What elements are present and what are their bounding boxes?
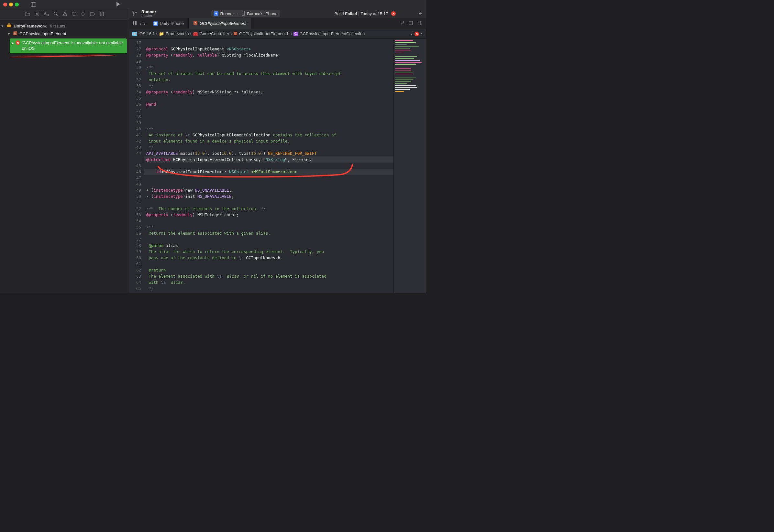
error-icon[interactable]: ✕ [414, 32, 419, 36]
scheme-selector[interactable]: ✦ Runner › Buraca's iPhone [211, 10, 280, 17]
minimize-window-button[interactable] [9, 3, 13, 6]
status-text: Build Failed | Today at 15:17 [335, 11, 388, 16]
jump-bar[interactable]: ⬢iOS 16.1 › 📁Frameworks › 🧰GameControlle… [129, 29, 426, 39]
svg-rect-21 [242, 11, 245, 16]
tab-label: GCPhysicalInputElement [200, 21, 247, 26]
svg-rect-15 [8, 24, 10, 25]
svg-text:h: h [195, 22, 197, 25]
issue-group-row[interactable]: ▾ UnityFramework 6 issues [0, 22, 129, 30]
report-navigator-icon[interactable] [100, 12, 104, 17]
svg-rect-23 [135, 21, 136, 23]
forward-icon[interactable]: › [144, 21, 145, 27]
framework-icon: 🧰 [193, 31, 198, 36]
header-file-icon: h [13, 31, 17, 37]
main-content-row: ▾ UnityFramework 6 issues ▾ h GCPhysical… [0, 9, 426, 293]
chevron-right-icon[interactable]: ▸ [12, 40, 14, 51]
jumpbar-gamecontroller: 🧰GameController [193, 31, 230, 36]
svg-point-20 [135, 12, 136, 13]
code-content[interactable]: @protocol GCPhysicalInputElement <NSObje… [144, 39, 393, 293]
folder-icon[interactable] [25, 12, 30, 17]
svg-point-9 [81, 12, 85, 16]
tab-navigation-controls: ‹ › [129, 18, 149, 29]
folder-icon: 📁 [159, 31, 164, 36]
svg-rect-0 [31, 3, 36, 7]
issue-item[interactable]: ▸ ✕ 'GCPhysicalInputElement' is unavaila… [10, 38, 127, 53]
symbol-navigator-icon[interactable] [44, 12, 49, 17]
svg-rect-22 [133, 21, 134, 23]
jumpbar-sdk: ⬢iOS 16.1 [132, 31, 155, 36]
code-editor[interactable]: 17272829303132333435363738394041424344 4… [129, 39, 426, 293]
source-control-icon[interactable] [35, 12, 39, 17]
tab-label: Unity-iPhone [160, 21, 184, 26]
error-icon[interactable]: ✕ [391, 11, 396, 16]
zoom-window-button[interactable] [15, 3, 19, 6]
run-button[interactable] [116, 2, 120, 8]
branch-icon [132, 11, 137, 17]
header-file-icon: h [193, 21, 198, 26]
sidebar-toggle-icon[interactable] [30, 2, 36, 7]
tab-gcphysicalinputelement[interactable]: h GCPhysicalInputElement [188, 18, 252, 29]
svg-point-8 [64, 15, 65, 16]
sdk-icon: ⬢ [132, 32, 137, 36]
debug-navigator-icon[interactable] [81, 12, 85, 17]
class-icon: C [294, 32, 298, 36]
svg-point-19 [133, 14, 134, 16]
svg-text:h: h [14, 32, 16, 35]
test-navigator-icon[interactable] [72, 12, 76, 17]
close-window-button[interactable] [3, 3, 7, 6]
branch-name: master [141, 14, 156, 17]
scheme-name: Runner [221, 11, 234, 16]
chevron-right-icon: › [291, 31, 292, 36]
chevron-right-icon: › [231, 31, 232, 36]
editor-tab-bar: ‹ › ▣ Unity-iPhone h GCPhysicalInputElem… [129, 18, 426, 29]
editor-options-icon[interactable] [408, 21, 414, 26]
issue-group-name: UnityFramework [14, 24, 47, 28]
minimap[interactable] [393, 39, 426, 293]
related-items-icon[interactable] [132, 21, 137, 26]
inspector-toggle-icon[interactable] [417, 21, 422, 26]
jump-forward-icon[interactable]: › [421, 31, 423, 37]
window-titlebar [0, 0, 426, 9]
add-tab-icon[interactable]: + [418, 10, 422, 17]
svg-point-5 [54, 12, 57, 15]
chevron-down-icon[interactable]: ▾ [8, 31, 11, 36]
device-name: Buraca's iPhone [247, 11, 277, 16]
editor-area: Runner master ✦ Runner › Buraca's iPhone… [129, 9, 426, 293]
header-file-icon: h [233, 31, 238, 37]
svg-rect-25 [135, 23, 136, 25]
annotation-underline [9, 54, 116, 58]
svg-text:h: h [235, 32, 236, 35]
svg-rect-3 [44, 12, 46, 14]
error-icon: ✕ [16, 40, 20, 45]
jump-back-icon[interactable]: ‹ [411, 31, 413, 37]
svg-rect-4 [47, 14, 48, 16]
issue-file-row[interactable]: ▾ h GCPhysicalInputElement [0, 30, 129, 38]
navigator-column: ▾ UnityFramework 6 issues ▾ h GCPhysical… [0, 9, 129, 293]
issue-navigator-icon[interactable] [62, 12, 67, 17]
back-icon[interactable]: ‹ [139, 21, 141, 27]
issue-count: 6 issues [50, 24, 65, 28]
search-icon[interactable] [53, 12, 58, 17]
project-icon: ▣ [153, 21, 158, 26]
navigator-toolstrip [0, 9, 129, 20]
issue-navigator-panel: ▾ UnityFramework 6 issues ▾ h GCPhysical… [0, 20, 129, 293]
chevron-right-icon: › [237, 11, 239, 16]
svg-line-6 [56, 15, 58, 16]
editor-topbar: Runner master ✦ Runner › Buraca's iPhone… [129, 9, 426, 18]
branch-indicator[interactable]: Runner master [141, 10, 156, 17]
build-status: Build Failed | Today at 15:17 ✕ + [335, 9, 426, 18]
svg-rect-14 [7, 25, 11, 27]
svg-point-18 [133, 11, 134, 12]
jumpbar-frameworks: 📁Frameworks [159, 31, 189, 36]
jumpbar-symbol: CGCPhysicalInputElementCollection [294, 31, 365, 36]
breakpoint-navigator-icon[interactable] [90, 12, 95, 17]
issue-file-name: GCPhysicalInputElement [19, 31, 66, 36]
chevron-right-icon: › [156, 31, 157, 36]
tab-unity-iphone[interactable]: ▣ Unity-iPhone [149, 18, 188, 29]
line-gutter: 17272829303132333435363738394041424344 4… [129, 39, 144, 293]
chevron-right-icon: › [190, 31, 191, 36]
chevron-down-icon[interactable]: ▾ [1, 24, 5, 28]
svg-rect-24 [133, 23, 134, 25]
flutter-scheme-icon: ✦ [214, 11, 219, 16]
swap-icon[interactable] [400, 21, 405, 26]
